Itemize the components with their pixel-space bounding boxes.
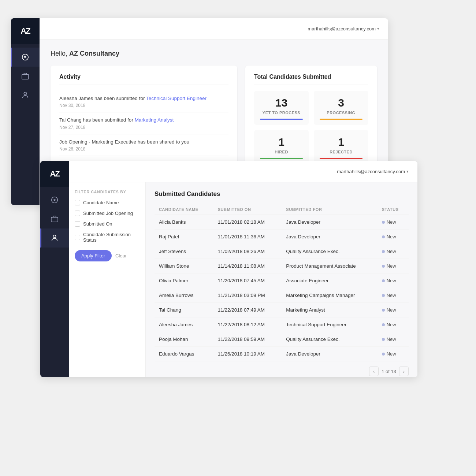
cell-name: Eduardo Vargas: [155, 347, 213, 361]
user-email: marthahills@azconsultancy.com: [308, 26, 376, 31]
status-badge: New: [382, 278, 404, 283]
cell-submitted-on: 11/20/2018 07:45 AM: [213, 274, 282, 288]
cell-submitted-on: 11/22/2018 08:12 AM: [213, 317, 282, 332]
user-menu[interactable]: marthahills@azconsultancy.com ▾: [308, 26, 379, 31]
cell-status: New: [378, 244, 409, 259]
status-label: New: [387, 249, 396, 254]
candidates-title: Submitted Candidates: [155, 190, 409, 198]
sidebar: AZ: [11, 18, 40, 205]
activity-link-2[interactable]: Marketing Analyst: [135, 117, 174, 123]
candidates-table: CANDIDATE NAME SUBMITTED ON SUBMITTED FO…: [155, 204, 409, 361]
sidebar-nav-2: [40, 190, 69, 248]
sidebar-item-candidates[interactable]: [11, 86, 40, 105]
status-label: New: [387, 219, 396, 225]
svg-point-5: [54, 199, 55, 201]
table-row: William Stone 11/14/2018 11:08 AM Produc…: [155, 259, 409, 274]
status-dot: [382, 221, 385, 224]
table-header: CANDIDATE NAME SUBMITTED ON SUBMITTED FO…: [155, 204, 409, 215]
stat-bar-2: [260, 158, 303, 159]
cell-name: Jeff Stevens: [155, 244, 213, 259]
filter-checkbox-submitted-on[interactable]: [75, 221, 80, 227]
logo-2[interactable]: AZ: [40, 161, 69, 187]
cell-submitted-for: Java Developer: [282, 230, 378, 244]
cell-name: William Stone: [155, 259, 213, 274]
dashboard-icon-2: [51, 196, 59, 204]
status-dot: [382, 235, 385, 238]
status-label: New: [387, 234, 396, 239]
cell-submitted-for: Marketing Analyst: [282, 303, 378, 317]
cell-name: Aleesha James: [155, 317, 213, 332]
status-badge: New: [382, 336, 404, 342]
clear-filter-button[interactable]: Clear: [115, 253, 127, 259]
filter-checkbox-name[interactable]: [75, 200, 80, 205]
user-menu-2[interactable]: marthahills@azconsultancy.com ▾: [337, 169, 409, 174]
cell-status: New: [378, 317, 409, 332]
person-icon: [21, 91, 29, 99]
next-page-button[interactable]: ›: [399, 367, 409, 376]
stat-label-2: HIRED: [260, 150, 303, 154]
svg-point-3: [24, 92, 26, 95]
status-badge: New: [382, 234, 404, 239]
status-label: New: [387, 307, 396, 313]
stat-label-0: YET TO PROCESS: [260, 111, 303, 115]
filter-option-name[interactable]: Candidate Name: [75, 200, 140, 205]
cell-name: Pooja Mohan: [155, 332, 213, 347]
cell-submitted-on: 11/26/2018 10:19 AM: [213, 347, 282, 361]
cell-submitted-on: 11/21/2018 03:09 PM: [213, 288, 282, 303]
topbar: marthahills@azconsultancy.com ▾: [40, 18, 388, 40]
sidebar-item-dashboard[interactable]: [11, 48, 40, 67]
status-dot: [382, 279, 385, 282]
cell-status: New: [378, 274, 409, 288]
filter-option-job[interactable]: Submitted Job Opening: [75, 211, 140, 216]
cell-status: New: [378, 332, 409, 347]
col-status: STATUS: [378, 204, 409, 215]
cell-submitted-for: Marketing Campaigns Manager: [282, 288, 378, 303]
chevron-down-icon-2: ▾: [406, 169, 409, 174]
page-info: 1 of 13: [382, 369, 396, 374]
person-icon-2: [51, 234, 59, 242]
activity-item-2: Tai Chang has been submitted for Marketi…: [59, 112, 228, 134]
sidebar-nav: [11, 48, 40, 105]
table-row: Eduardo Vargas 11/26/2018 10:19 AM Java …: [155, 347, 409, 361]
activity-item-1: Aleesha James has been submitted for Tec…: [59, 91, 228, 112]
sidebar-item-jobs[interactable]: [11, 67, 40, 86]
sidebar-2: AZ: [40, 161, 69, 377]
table-row: Raj Patel 11/01/2018 11:36 AM Java Devel…: [155, 230, 409, 244]
cell-status: New: [378, 347, 409, 361]
filter-option-submitted-on[interactable]: Submitted On: [75, 221, 140, 227]
sidebar-2-item-dashboard[interactable]: [40, 190, 69, 209]
status-label: New: [387, 263, 396, 269]
dashboard-icon: [21, 53, 29, 61]
status-label: New: [387, 351, 396, 357]
table-row: Olivia Palmer 11/20/2018 07:45 AM Associ…: [155, 274, 409, 288]
filter-checkbox-job[interactable]: [75, 211, 80, 216]
activity-date-3: Nov 26, 2018: [59, 146, 228, 152]
apply-filter-button[interactable]: Apply Filter: [75, 250, 112, 261]
stat-hired: 1 HIRED: [254, 130, 309, 164]
table-row: Amelia Burrows 11/21/2018 03:09 PM Marke…: [155, 288, 409, 303]
cell-submitted-on: 11/01/2018 11:36 AM: [213, 230, 282, 244]
cell-submitted-on: 11/14/2018 11:08 AM: [213, 259, 282, 274]
status-label: New: [387, 293, 396, 298]
status-badge: New: [382, 249, 404, 254]
filter-option-status[interactable]: Candidate Submission Status: [75, 232, 140, 243]
activity-link-1[interactable]: Technical Support Engineer: [146, 96, 207, 101]
table-row: Pooja Mohan 11/22/2018 09:59 AM Quality …: [155, 332, 409, 347]
logo[interactable]: AZ: [11, 18, 40, 44]
cell-submitted-for: Associate Engineer: [282, 274, 378, 288]
stat-label-1: PROCESSING: [320, 111, 362, 115]
svg-rect-6: [51, 217, 58, 222]
stat-bar-3: [320, 158, 362, 159]
candidates-section: Submitted Candidates CANDIDATE NAME SUBM…: [146, 182, 417, 377]
filter-checkbox-status[interactable]: [75, 235, 80, 240]
cell-name: Olivia Palmer: [155, 274, 213, 288]
status-dot: [382, 323, 385, 326]
prev-page-button[interactable]: ‹: [369, 367, 379, 376]
activity-date-2: Nov 27, 2018: [59, 125, 228, 130]
sidebar-2-item-jobs[interactable]: [40, 209, 69, 228]
sidebar-2-item-candidates[interactable]: [40, 228, 69, 248]
col-submitted-for: SUBMITTED FOR: [282, 204, 378, 215]
filter-label-job: Submitted Job Opening: [83, 211, 133, 216]
table-row: Tai Chang 11/22/2018 07:49 AM Marketing …: [155, 303, 409, 317]
chevron-down-icon: ▾: [377, 26, 379, 31]
